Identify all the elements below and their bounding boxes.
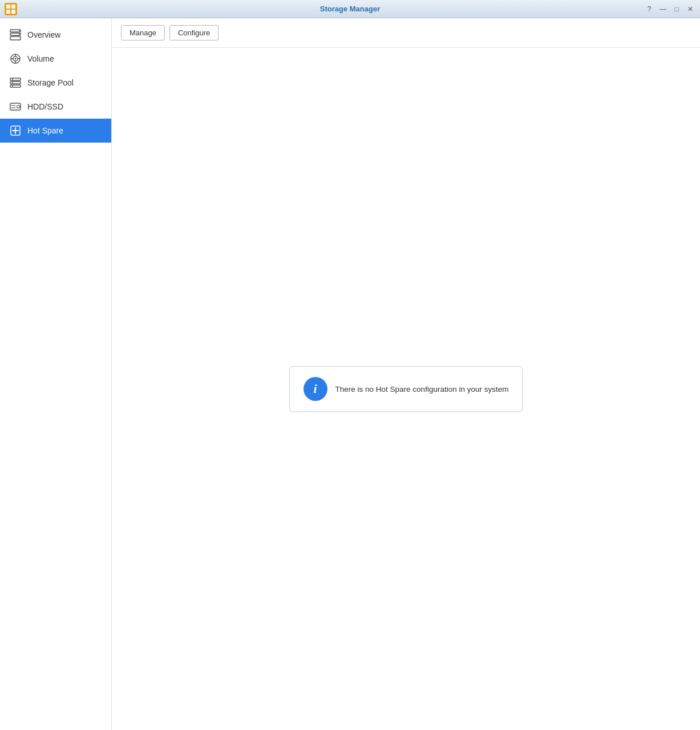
svg-rect-2	[11, 5, 15, 9]
app-container: Overview Volume	[0, 18, 700, 730]
sidebar-label-volume: Volume	[27, 54, 54, 63]
svg-rect-17	[10, 78, 21, 80]
sidebar-label-overview: Overview	[27, 30, 60, 39]
svg-rect-18	[10, 82, 21, 84]
svg-rect-23	[10, 103, 21, 110]
svg-point-9	[19, 34, 20, 35]
sidebar: Overview Volume	[0, 18, 112, 730]
svg-rect-3	[6, 10, 10, 14]
storage-pool-icon	[9, 76, 22, 89]
hot-spare-icon	[9, 124, 22, 137]
toolbar: Manage Configure	[112, 18, 700, 48]
hdd-icon	[9, 100, 22, 113]
sidebar-item-overview[interactable]: Overview	[0, 23, 111, 47]
sidebar-label-hot-spare: Hot Spare	[27, 126, 63, 135]
svg-point-12	[15, 58, 17, 60]
info-box: i There is no Hot Spare configuration in…	[289, 366, 523, 412]
app-logo	[5, 3, 17, 15]
svg-rect-1	[6, 5, 10, 9]
manage-button[interactable]: Manage	[121, 25, 165, 40]
info-icon-circle: i	[304, 377, 327, 401]
sidebar-item-storage-pool[interactable]: Storage Pool	[0, 71, 111, 95]
sidebar-item-volume[interactable]: Volume	[0, 47, 111, 71]
maximize-button[interactable]: □	[671, 4, 682, 14]
sidebar-item-hot-spare[interactable]: Hot Spare	[0, 119, 111, 143]
svg-point-8	[19, 30, 20, 31]
svg-point-24	[17, 106, 20, 108]
volume-icon	[9, 52, 22, 65]
content-area: i There is no Hot Spare configuration in…	[112, 48, 700, 730]
close-button[interactable]: ✕	[685, 4, 695, 14]
minimize-button[interactable]: —	[658, 4, 668, 14]
help-button[interactable]: ?	[644, 4, 654, 14]
svg-rect-4	[11, 10, 15, 14]
sidebar-item-hdd-ssd[interactable]: HDD/SSD	[0, 95, 111, 119]
app-title: Storage Manager	[320, 5, 380, 13]
main-content: Manage Configure i There is no Hot Spare…	[112, 18, 700, 730]
info-icon-letter: i	[313, 383, 317, 395]
overview-icon	[9, 29, 22, 41]
svg-rect-19	[10, 85, 21, 87]
sidebar-label-hdd-ssd: HDD/SSD	[27, 102, 63, 111]
info-message: There is no Hot Spare configuration in y…	[335, 385, 509, 394]
sidebar-label-storage-pool: Storage Pool	[27, 78, 74, 87]
configure-button[interactable]: Configure	[169, 25, 219, 40]
svg-rect-7	[10, 36, 21, 40]
title-bar: Storage Manager ? — □ ✕	[0, 0, 700, 18]
window-controls: ? — □ ✕	[644, 4, 695, 14]
